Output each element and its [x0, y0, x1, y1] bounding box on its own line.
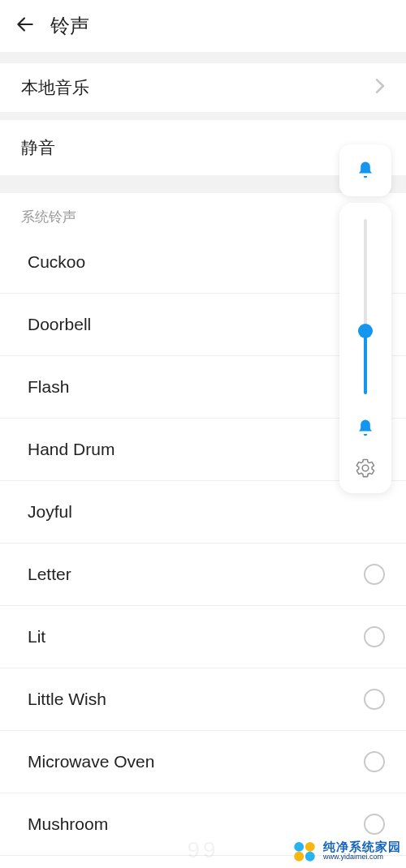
tone-name: Flash [21, 377, 69, 397]
page-title: 铃声 [50, 13, 89, 39]
silent-label: 静音 [21, 138, 55, 157]
watermark-url: www.yidaimei.com [323, 853, 401, 862]
tone-row[interactable]: Microwave Oven [0, 731, 406, 793]
radio-unselected[interactable] [364, 751, 385, 772]
volume-panel-top-button[interactable] [339, 144, 391, 196]
bell-icon [354, 159, 377, 182]
ring-mode-button[interactable] [354, 417, 377, 443]
svg-point-1 [305, 842, 315, 852]
back-arrow-icon[interactable] [15, 14, 36, 38]
radio-unselected[interactable] [364, 689, 385, 710]
chevron-right-icon [375, 79, 385, 97]
radio-unselected[interactable] [364, 626, 385, 647]
volume-slider-thumb[interactable] [358, 324, 373, 338]
volume-settings-button[interactable] [355, 458, 376, 482]
tone-name: Cuckoo [21, 252, 85, 272]
gear-icon [355, 458, 376, 479]
title-bar: 铃声 [0, 0, 406, 52]
watermark-logo-icon [291, 837, 318, 865]
volume-slider-fill [364, 331, 367, 394]
radio-unselected[interactable] [364, 814, 385, 835]
local-music-label: 本地音乐 [21, 76, 89, 99]
tone-name: Mushroom [21, 814, 108, 834]
svg-point-2 [294, 852, 304, 862]
tone-row[interactable]: Lit [0, 606, 406, 668]
tone-name: Hand Drum [21, 440, 114, 459]
tone-row[interactable]: Little Wish [0, 668, 406, 731]
tone-name: Microwave Oven [21, 752, 154, 771]
local-music-row[interactable]: 本地音乐 [0, 63, 406, 112]
tone-name: Letter [21, 565, 71, 584]
radio-unselected[interactable] [364, 564, 385, 585]
tone-name: Doorbell [21, 315, 91, 334]
tone-name: Lit [21, 627, 45, 647]
watermark: 纯净系统家园 www.yidaimei.com [0, 837, 406, 865]
tone-row[interactable]: Letter [0, 544, 406, 606]
watermark-brand: 纯净系统家园 [323, 840, 401, 854]
tone-name: Little Wish [21, 690, 106, 709]
tone-name: Joyful [21, 502, 72, 522]
bell-icon [354, 417, 377, 440]
svg-point-0 [294, 842, 304, 852]
svg-point-3 [305, 852, 315, 862]
volume-slider[interactable] [364, 219, 367, 394]
volume-panel-body [339, 203, 391, 493]
volume-panel [339, 144, 391, 493]
